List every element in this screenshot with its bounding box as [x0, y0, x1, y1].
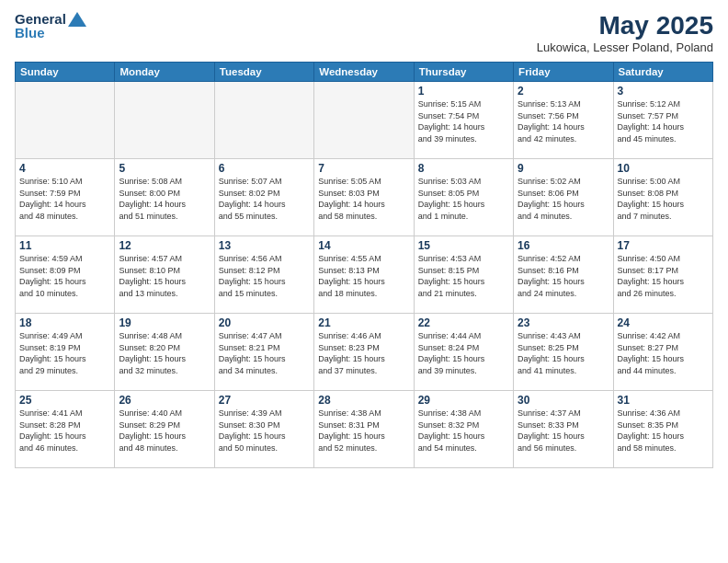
- day-number: 29: [418, 394, 509, 407]
- table-row: 3Sunrise: 5:12 AMSunset: 7:57 PMDaylight…: [613, 82, 712, 159]
- svg-marker-0: [68, 12, 86, 27]
- col-thursday: Thursday: [414, 63, 513, 82]
- day-info: Sunrise: 4:42 AMSunset: 8:27 PMDaylight:…: [618, 330, 709, 376]
- day-info: Sunrise: 4:40 AMSunset: 8:29 PMDaylight:…: [119, 408, 210, 454]
- header: General Blue May 2025 Lukowica, Lesser P…: [15, 11, 713, 54]
- day-number: 21: [318, 316, 409, 329]
- table-row: 16Sunrise: 4:52 AMSunset: 8:16 PMDayligh…: [514, 236, 613, 314]
- day-info: Sunrise: 4:44 AMSunset: 8:24 PMDaylight:…: [418, 330, 509, 376]
- table-row: 25Sunrise: 4:41 AMSunset: 8:28 PMDayligh…: [16, 391, 115, 468]
- table-row: 11Sunrise: 4:59 AMSunset: 8:09 PMDayligh…: [16, 236, 115, 314]
- table-row: 31Sunrise: 4:36 AMSunset: 8:35 PMDayligh…: [613, 391, 712, 468]
- day-info: Sunrise: 4:48 AMSunset: 8:20 PMDaylight:…: [119, 330, 210, 376]
- day-number: 10: [618, 162, 709, 175]
- day-number: 14: [318, 239, 409, 252]
- day-info: Sunrise: 4:50 AMSunset: 8:17 PMDaylight:…: [618, 253, 709, 299]
- day-number: 20: [219, 316, 310, 329]
- day-info: Sunrise: 4:38 AMSunset: 8:31 PMDaylight:…: [318, 408, 409, 454]
- day-info: Sunrise: 5:10 AMSunset: 7:59 PMDaylight:…: [19, 176, 110, 222]
- day-number: 19: [119, 316, 210, 329]
- day-number: 5: [119, 162, 210, 175]
- table-row: 23Sunrise: 4:43 AMSunset: 8:25 PMDayligh…: [514, 314, 613, 391]
- table-row: 2Sunrise: 5:13 AMSunset: 7:56 PMDaylight…: [514, 82, 613, 159]
- day-info: Sunrise: 4:36 AMSunset: 8:35 PMDaylight:…: [618, 408, 709, 454]
- day-number: 2: [518, 85, 609, 98]
- table-row: 17Sunrise: 4:50 AMSunset: 8:17 PMDayligh…: [613, 236, 712, 314]
- table-row: 26Sunrise: 4:40 AMSunset: 8:29 PMDayligh…: [115, 391, 214, 468]
- day-info: Sunrise: 5:03 AMSunset: 8:05 PMDaylight:…: [418, 176, 509, 222]
- day-info: Sunrise: 4:53 AMSunset: 8:15 PMDaylight:…: [418, 253, 509, 299]
- table-row: 20Sunrise: 4:47 AMSunset: 8:21 PMDayligh…: [214, 314, 313, 391]
- logo: General Blue: [15, 11, 86, 40]
- table-row: 5Sunrise: 5:08 AMSunset: 8:00 PMDaylight…: [115, 159, 214, 236]
- table-row: 19Sunrise: 4:48 AMSunset: 8:20 PMDayligh…: [115, 314, 214, 391]
- day-info: Sunrise: 4:39 AMSunset: 8:30 PMDaylight:…: [219, 408, 310, 454]
- day-info: Sunrise: 4:43 AMSunset: 8:25 PMDaylight:…: [518, 330, 609, 376]
- calendar: Sunday Monday Tuesday Wednesday Thursday…: [15, 62, 713, 468]
- day-info: Sunrise: 5:05 AMSunset: 8:03 PMDaylight:…: [318, 176, 409, 222]
- table-row: 1Sunrise: 5:15 AMSunset: 7:54 PMDaylight…: [414, 82, 513, 159]
- day-info: Sunrise: 4:47 AMSunset: 8:21 PMDaylight:…: [219, 330, 310, 376]
- day-info: Sunrise: 4:37 AMSunset: 8:33 PMDaylight:…: [518, 408, 609, 454]
- col-tuesday: Tuesday: [214, 63, 313, 82]
- day-info: Sunrise: 5:12 AMSunset: 7:57 PMDaylight:…: [618, 98, 709, 144]
- table-row: [314, 82, 414, 159]
- day-number: 11: [19, 239, 110, 252]
- col-sunday: Sunday: [16, 63, 115, 82]
- table-row: 4Sunrise: 5:10 AMSunset: 7:59 PMDaylight…: [16, 159, 115, 236]
- day-number: 7: [318, 162, 409, 175]
- day-number: 17: [618, 239, 709, 252]
- day-info: Sunrise: 4:38 AMSunset: 8:32 PMDaylight:…: [418, 408, 509, 454]
- table-row: 8Sunrise: 5:03 AMSunset: 8:05 PMDaylight…: [414, 159, 513, 236]
- table-row: 15Sunrise: 4:53 AMSunset: 8:15 PMDayligh…: [414, 236, 513, 314]
- table-row: 22Sunrise: 4:44 AMSunset: 8:24 PMDayligh…: [414, 314, 513, 391]
- table-row: 10Sunrise: 5:00 AMSunset: 8:08 PMDayligh…: [613, 159, 712, 236]
- day-info: Sunrise: 4:52 AMSunset: 8:16 PMDaylight:…: [518, 253, 609, 299]
- day-info: Sunrise: 4:56 AMSunset: 8:12 PMDaylight:…: [219, 253, 310, 299]
- day-number: 15: [418, 239, 509, 252]
- table-row: 29Sunrise: 4:38 AMSunset: 8:32 PMDayligh…: [414, 391, 513, 468]
- day-info: Sunrise: 4:41 AMSunset: 8:28 PMDaylight:…: [19, 408, 110, 454]
- table-row: 12Sunrise: 4:57 AMSunset: 8:10 PMDayligh…: [115, 236, 214, 314]
- table-row: 9Sunrise: 5:02 AMSunset: 8:06 PMDaylight…: [514, 159, 613, 236]
- day-number: 12: [119, 239, 210, 252]
- calendar-week-row: 4Sunrise: 5:10 AMSunset: 7:59 PMDaylight…: [16, 159, 713, 236]
- table-row: 21Sunrise: 4:46 AMSunset: 8:23 PMDayligh…: [314, 314, 414, 391]
- day-number: 28: [318, 394, 409, 407]
- day-info: Sunrise: 4:46 AMSunset: 8:23 PMDaylight:…: [318, 330, 409, 376]
- calendar-header-row: Sunday Monday Tuesday Wednesday Thursday…: [16, 63, 713, 82]
- table-row: [16, 82, 115, 159]
- table-row: 18Sunrise: 4:49 AMSunset: 8:19 PMDayligh…: [16, 314, 115, 391]
- day-info: Sunrise: 5:13 AMSunset: 7:56 PMDaylight:…: [518, 98, 609, 144]
- day-number: 4: [19, 162, 110, 175]
- table-row: 13Sunrise: 4:56 AMSunset: 8:12 PMDayligh…: [214, 236, 313, 314]
- logo-blue: Blue: [15, 25, 45, 40]
- day-info: Sunrise: 4:49 AMSunset: 8:19 PMDaylight:…: [19, 330, 110, 376]
- day-info: Sunrise: 4:55 AMSunset: 8:13 PMDaylight:…: [318, 253, 409, 299]
- table-row: 28Sunrise: 4:38 AMSunset: 8:31 PMDayligh…: [314, 391, 414, 468]
- day-info: Sunrise: 4:59 AMSunset: 8:09 PMDaylight:…: [19, 253, 110, 299]
- day-number: 25: [19, 394, 110, 407]
- day-number: 26: [119, 394, 210, 407]
- table-row: [214, 82, 313, 159]
- title-area: May 2025 Lukowica, Lesser Poland, Poland: [537, 11, 713, 54]
- day-number: 22: [418, 316, 509, 329]
- col-saturday: Saturday: [613, 63, 712, 82]
- day-number: 8: [418, 162, 509, 175]
- day-info: Sunrise: 5:08 AMSunset: 8:00 PMDaylight:…: [119, 176, 210, 222]
- day-number: 31: [618, 394, 709, 407]
- col-wednesday: Wednesday: [314, 63, 414, 82]
- location: Lukowica, Lesser Poland, Poland: [537, 40, 713, 54]
- col-friday: Friday: [514, 63, 613, 82]
- day-number: 30: [518, 394, 609, 407]
- day-number: 27: [219, 394, 310, 407]
- month-title: May 2025: [537, 11, 713, 40]
- day-number: 1: [418, 85, 509, 98]
- table-row: 30Sunrise: 4:37 AMSunset: 8:33 PMDayligh…: [514, 391, 613, 468]
- calendar-week-row: 1Sunrise: 5:15 AMSunset: 7:54 PMDaylight…: [16, 82, 713, 159]
- day-number: 3: [618, 85, 709, 98]
- logo-icon: [68, 12, 86, 27]
- table-row: 7Sunrise: 5:05 AMSunset: 8:03 PMDaylight…: [314, 159, 414, 236]
- day-info: Sunrise: 5:15 AMSunset: 7:54 PMDaylight:…: [418, 98, 509, 144]
- calendar-week-row: 18Sunrise: 4:49 AMSunset: 8:19 PMDayligh…: [16, 314, 713, 391]
